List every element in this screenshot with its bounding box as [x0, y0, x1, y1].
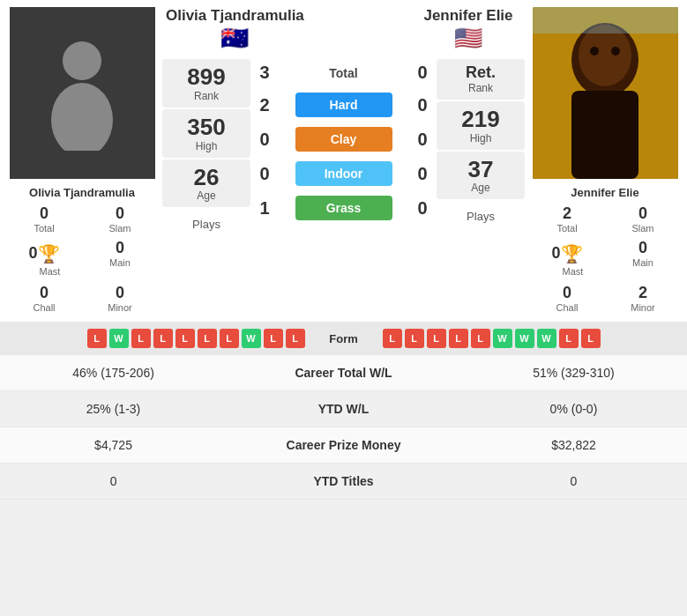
player1-slam: 0	[85, 204, 155, 223]
total-label: Total	[295, 66, 392, 80]
player2-total: 2	[532, 204, 602, 223]
player1-photo	[10, 7, 155, 179]
player2-minor-cell: 2 Minor	[606, 282, 680, 315]
p1-high-lbl: High	[166, 140, 247, 152]
prize-left: $4,725	[0, 427, 227, 464]
career-wl-label: Career Total W/L	[227, 355, 460, 391]
p1-age-box: 26 Age	[162, 160, 250, 208]
form-right-badge-1: L	[405, 329, 424, 348]
form-right-badge-9: L	[581, 329, 601, 348]
grass-score-row: 1 Grass 0	[254, 192, 433, 224]
player2-photo	[533, 7, 678, 179]
p2-name-heading: Jennifer Elie	[415, 7, 521, 25]
total-score-row: 3 Total 0	[254, 59, 433, 86]
clay-score-left: 0	[254, 130, 275, 150]
p2-flag: 🇺🇸	[415, 25, 521, 52]
comparison-top: Olivia Tjandramulia 0 Total 0 Slam 0 🏆 0…	[0, 0, 687, 322]
player2-total-cell: 2 Total	[530, 203, 604, 235]
player1-stats: 0 Total 0 Slam 0 🏆 0 Main	[7, 203, 157, 270]
player1-slam-cell: 0 Slam	[83, 203, 157, 235]
form-badges-left: LWLLLLLWLL	[7, 329, 305, 348]
indoor-label: Indoor	[295, 161, 392, 186]
p1-rank-lbl: Rank	[166, 90, 247, 102]
player1-total: 0	[9, 204, 79, 223]
form-right-badge-2: L	[427, 329, 446, 348]
form-right-badge-8: L	[559, 329, 579, 348]
right-stats-col: Ret. Rank 219 High 37 Age Plays	[437, 59, 525, 240]
player1-minor-cell: 0 Minor	[83, 282, 157, 315]
player2-minor: 2	[608, 284, 678, 302]
player2-lower-stats: 0 Chall 2 Minor	[530, 282, 680, 315]
player2-minor-label: Minor	[608, 302, 678, 313]
clay-score-row: 0 Clay 0	[254, 123, 433, 155]
form-badges-right: LLLLLWWWLL	[383, 329, 681, 348]
form-section: LWLLLLLWLL Form LLLLLWWWLL	[0, 322, 687, 355]
player2-mast-trophy: 0 🏆	[530, 237, 604, 270]
form-right-badge-7: W	[537, 329, 556, 348]
prize-label: Career Prize Money	[227, 427, 460, 464]
player1-chall-label: Chall	[9, 302, 79, 313]
p2-rank-lbl: Rank	[440, 82, 521, 94]
ytd-titles-label: YTD Titles	[227, 464, 460, 500]
total-score-left: 3	[254, 63, 275, 83]
form-right-badge-0: L	[383, 329, 402, 348]
form-right-badge-6: W	[515, 329, 534, 348]
p1-name-heading: Olivia Tjandramulia	[166, 7, 304, 25]
form-left-badge-3: L	[153, 329, 173, 348]
form-label: Form	[309, 332, 379, 345]
p2-high-val: 219	[440, 107, 521, 132]
career-wl-left: 46% (175-206)	[0, 355, 227, 391]
prize-row: $4,725 Career Prize Money $32,822	[0, 427, 687, 464]
player2-slam-label: Slam	[608, 223, 678, 234]
ytd-wl-row: 25% (1-3) YTD W/L 0% (0-0)	[0, 391, 687, 427]
form-right-badge-3: L	[449, 329, 468, 348]
p1-name-header: Olivia Tjandramulia 🇦🇺	[166, 7, 304, 52]
form-left-badge-0: L	[87, 329, 107, 348]
hard-score-row: 2 Hard 0	[254, 89, 433, 121]
p1-plays: Plays	[162, 209, 250, 240]
grass-score-left: 1	[254, 198, 275, 219]
p2-rank-box: Ret. Rank	[437, 59, 525, 100]
player-headings: Olivia Tjandramulia 🇦🇺 Jennifer Elie 🇺🇸	[162, 7, 525, 52]
svg-point-6	[590, 47, 599, 56]
svg-rect-4	[571, 91, 638, 179]
trophy-icon-p1: 🏆	[38, 243, 60, 264]
left-stats-col: 899 Rank 350 High 26 Age Plays	[162, 59, 250, 240]
player2-main: 0	[608, 239, 678, 257]
player2-chall: 0	[532, 284, 602, 302]
clay-score-right: 0	[412, 130, 433, 150]
clay-label: Clay	[295, 127, 392, 152]
hard-score-right: 0	[412, 95, 433, 115]
p1-rank-val: 899	[166, 64, 247, 90]
player2-mast-label: Mast	[563, 266, 584, 277]
player2-mast: 0	[551, 244, 560, 263]
grass-label: Grass	[295, 196, 392, 220]
p1-age-lbl: Age	[166, 189, 247, 202]
player1-minor: 0	[85, 284, 155, 302]
page-container: Olivia Tjandramulia 0 Total 0 Slam 0 🏆 0…	[0, 0, 687, 500]
ytd-wl-right: 0% (0-0)	[460, 391, 687, 427]
p2-rank-val: Ret.	[440, 64, 521, 82]
ytd-titles-row: 0 YTD Titles 0	[0, 464, 687, 500]
svg-point-0	[63, 41, 101, 80]
form-left-badge-6: L	[220, 329, 239, 348]
ytd-titles-left: 0	[0, 464, 227, 500]
p2-high-lbl: High	[440, 132, 521, 145]
player2-column: Jennifer Elie 2 Total 0 Slam 0 🏆 0 Main	[530, 7, 680, 315]
player1-column: Olivia Tjandramulia 0 Total 0 Slam 0 🏆 0…	[7, 7, 157, 315]
form-left-badge-7: W	[242, 329, 261, 348]
svg-point-1	[51, 83, 113, 151]
player1-mast-trophy: 0 🏆	[7, 237, 81, 270]
player1-total-label: Total	[9, 223, 79, 234]
form-right-badge-4: L	[471, 329, 490, 348]
career-wl-row: 46% (175-206) Career Total W/L 51% (329-…	[0, 355, 687, 391]
player1-minor-label: Minor	[85, 302, 155, 313]
player2-chall-label: Chall	[532, 302, 602, 313]
p2-age-box: 37 Age	[437, 152, 525, 200]
player2-face-svg	[533, 7, 678, 179]
p1-high-val: 350	[166, 115, 247, 140]
p2-age-lbl: Age	[440, 182, 521, 194]
form-left-badge-9: L	[286, 329, 305, 348]
svg-point-5	[579, 25, 631, 86]
stats-scores-row: 899 Rank 350 High 26 Age Plays	[162, 59, 525, 240]
